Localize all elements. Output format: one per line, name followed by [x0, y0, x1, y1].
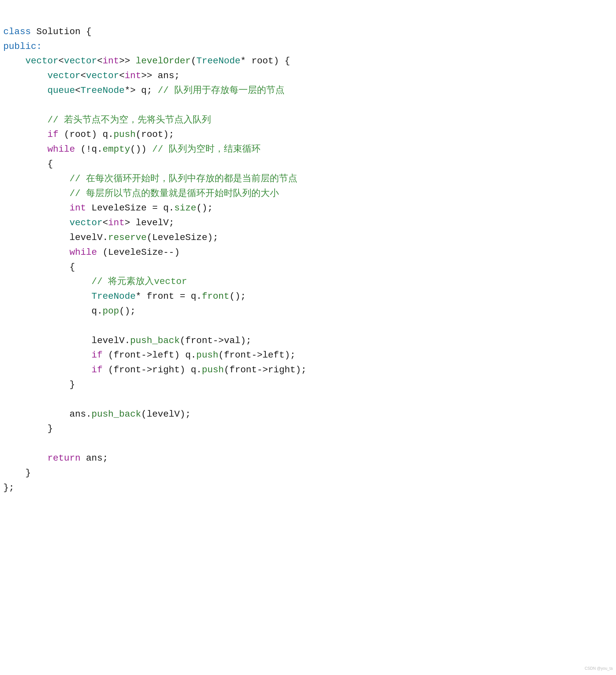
- code-line: }: [3, 466, 613, 481]
- code-line: levelV.push_back(front->val);: [3, 333, 613, 348]
- code-line: }: [3, 422, 613, 436]
- code-token: [3, 56, 25, 66]
- code-line: while (!q.empty()) // 队列为空时，结束循环: [3, 142, 613, 157]
- code-line: levelV.reserve(LeveleSize);: [3, 230, 613, 245]
- code-line: }: [3, 378, 613, 392]
- code-token: size: [174, 203, 196, 213]
- code-token: levelOrder: [136, 56, 191, 66]
- code-token: {: [3, 262, 75, 272]
- code-token: [3, 71, 47, 81]
- code-line: [3, 319, 613, 333]
- code-token: > levelV;: [125, 218, 174, 228]
- code-token: *> q;: [125, 85, 158, 95]
- code-token: while: [47, 144, 75, 154]
- code-line: if (root) q.push(root);: [3, 127, 613, 142]
- code-token: empty: [102, 144, 130, 154]
- code-token: <: [119, 71, 125, 81]
- code-token: vector: [25, 56, 58, 66]
- code-token: [3, 129, 47, 140]
- code-token: front: [202, 291, 229, 301]
- code-token: >>: [119, 56, 136, 66]
- code-token: [3, 247, 70, 257]
- code-block: class Solution {public: vector<vector<in…: [3, 7, 613, 498]
- code-token: (front->right);: [224, 365, 307, 375]
- code-token: {: [80, 26, 92, 37]
- code-token: [3, 350, 92, 360]
- code-token: * front = q.: [136, 291, 202, 301]
- code-line: public:: [3, 40, 613, 54]
- code-token: >> ans;: [141, 71, 180, 81]
- code-token: * root) {: [241, 56, 290, 66]
- code-token: // 将元素放入vector: [92, 277, 187, 287]
- code-token: ans.: [3, 409, 92, 419]
- code-token: TreeNode: [92, 291, 136, 301]
- code-line: if (front->right) q.push(front->right);: [3, 363, 613, 378]
- code-token: [3, 115, 47, 125]
- code-token: // 队列用于存放每一层的节点: [158, 85, 285, 95]
- code-token: q.: [3, 306, 102, 316]
- code-line: while (LeveleSize--): [3, 245, 613, 260]
- code-line: vector<int> levelV;: [3, 216, 613, 230]
- code-token: {: [3, 159, 53, 169]
- code-token: return: [47, 453, 80, 463]
- code-token: ();: [229, 291, 246, 301]
- code-token: while: [70, 247, 97, 257]
- code-token: <: [102, 218, 108, 228]
- code-token: (!q.: [75, 144, 102, 154]
- code-token: public:: [3, 42, 42, 52]
- code-token: [3, 174, 70, 184]
- code-token: Solution: [36, 26, 80, 37]
- code-token: (root);: [136, 129, 174, 140]
- code-token: push_back: [130, 335, 179, 346]
- code-line: // 将元素放入vector: [3, 275, 613, 289]
- code-token: ();: [196, 203, 213, 213]
- code-line: };: [3, 481, 613, 496]
- code-token: [3, 85, 47, 95]
- code-token: LeveleSize = q.: [86, 203, 174, 213]
- code-token: [3, 203, 70, 213]
- code-line: // 在每次循环开始时，队列中存放的都是当前层的节点: [3, 172, 613, 186]
- code-line: // 若头节点不为空，先将头节点入队列: [3, 113, 613, 128]
- code-token: (: [191, 56, 196, 66]
- code-token: [3, 365, 92, 375]
- code-token: }: [3, 380, 75, 390]
- code-token: }: [3, 424, 53, 434]
- code-token: [3, 189, 70, 199]
- code-token: levelV.: [3, 232, 108, 243]
- code-line: class Solution {: [3, 25, 613, 40]
- code-token: ans;: [80, 453, 108, 463]
- code-token: if: [47, 129, 58, 140]
- code-token: class: [3, 26, 36, 37]
- code-token: [3, 218, 70, 228]
- code-line: vector<vector<int>> ans;: [3, 69, 613, 83]
- code-line: {: [3, 260, 613, 275]
- code-token: (levelV);: [141, 409, 191, 419]
- code-token: vector: [64, 56, 97, 66]
- code-token: (root) q.: [58, 129, 113, 140]
- code-token: <: [97, 56, 103, 66]
- code-line: vector<vector<int>> levelOrder(TreeNode*…: [3, 54, 613, 69]
- code-token: // 队列为空时，结束循环: [152, 144, 260, 154]
- code-token: // 若头节点不为空，先将头节点入队列: [47, 115, 211, 125]
- code-token: [3, 144, 47, 154]
- code-token: if: [92, 365, 103, 375]
- code-token: (front->left);: [218, 350, 295, 360]
- code-token: (front->val);: [180, 335, 251, 346]
- code-token: vector: [70, 218, 103, 228]
- code-token: push: [196, 350, 218, 360]
- code-token: <: [75, 85, 80, 95]
- code-token: (front->left) q.: [102, 350, 196, 360]
- code-line: [3, 392, 613, 407]
- code-token: ()): [130, 144, 152, 154]
- code-token: [3, 277, 92, 287]
- code-token: reserve: [108, 232, 147, 243]
- code-token: int: [108, 218, 125, 228]
- code-token: // 在每次循环开始时，队列中存放的都是当前层的节点: [70, 174, 297, 184]
- code-token: pop: [102, 306, 119, 316]
- code-line: int LeveleSize = q.size();: [3, 201, 613, 216]
- code-line: if (front->left) q.push(front->left);: [3, 348, 613, 363]
- code-token: vector: [86, 71, 119, 81]
- code-line: [3, 98, 613, 113]
- code-token: [3, 291, 92, 301]
- code-token: (LeveleSize);: [147, 232, 218, 243]
